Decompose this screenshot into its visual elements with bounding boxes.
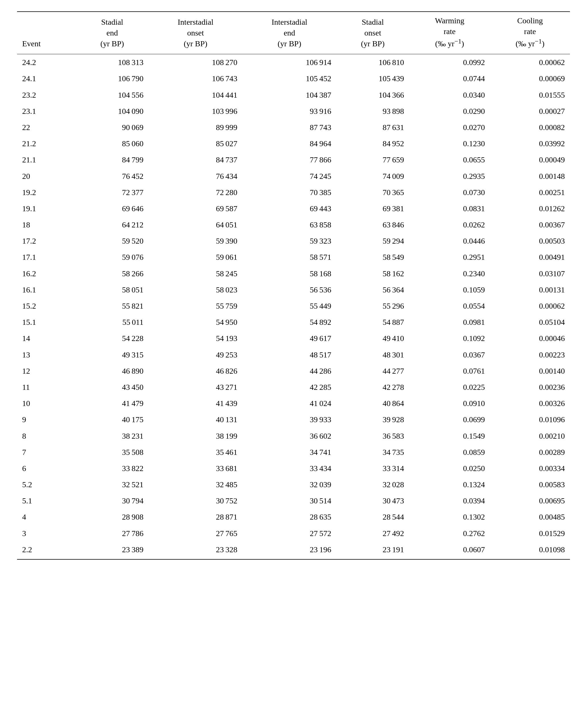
table-row: 15.155 01154 95054 89254 8870.09810.0510…: [17, 314, 570, 330]
cell-interstadial_onset: 84 737: [148, 152, 242, 168]
cell-interstadial_onset: 23 328: [148, 541, 242, 559]
cell-stadial_onset: 32 028: [336, 477, 409, 493]
cell-stadial_end: 58 051: [76, 282, 148, 298]
cell-warming_rate: 0.1302: [409, 509, 490, 525]
table-body: 24.2108 313108 270106 914106 8100.09920.…: [17, 54, 570, 559]
cell-warming_rate: 0.0981: [409, 314, 490, 330]
cell-warming_rate: 0.0270: [409, 119, 490, 136]
cell-stadial_end: 27 786: [76, 525, 148, 541]
table-row: 5.232 52132 48532 03932 0280.13240.00583: [17, 477, 570, 493]
cell-warming_rate: 0.0744: [409, 70, 490, 87]
cell-stadial_onset: 23 191: [336, 541, 409, 559]
cell-stadial_end: 59 076: [76, 249, 148, 265]
table-header-row: Event Stadialend(yr BP) Interstadialonse…: [17, 11, 570, 52]
cell-cooling_rate: 0.00082: [490, 119, 570, 136]
cell-interstadial_onset: 41 439: [148, 395, 242, 411]
cell-warming_rate: 0.0910: [409, 395, 490, 411]
cell-warming_rate: 0.0446: [409, 233, 490, 249]
cell-stadial_onset: 63 846: [336, 217, 409, 233]
cell-event: 17.1: [17, 249, 76, 265]
table-row: 633 82233 68133 43433 3140.02500.00334: [17, 460, 570, 477]
cell-event: 7: [17, 444, 76, 460]
cell-cooling_rate: 0.00583: [490, 477, 570, 493]
cell-interstadial_end: 87 743: [242, 119, 336, 136]
cell-interstadial_onset: 38 199: [148, 428, 242, 444]
cell-interstadial_end: 34 741: [242, 444, 336, 460]
cell-interstadial_end: 32 039: [242, 477, 336, 493]
cell-stadial_end: 58 266: [76, 265, 148, 282]
cell-cooling_rate: 0.03992: [490, 136, 570, 152]
cell-interstadial_onset: 76 434: [148, 168, 242, 184]
cell-warming_rate: 0.0225: [409, 379, 490, 395]
cell-warming_rate: 0.0394: [409, 493, 490, 509]
col-warming-rate: Warmingrate(‰ yr−1): [409, 11, 490, 52]
cell-event: 9: [17, 411, 76, 428]
cell-warming_rate: 0.0367: [409, 347, 490, 363]
cell-event: 24.1: [17, 70, 76, 87]
cell-event: 13: [17, 347, 76, 363]
cell-stadial_onset: 34 735: [336, 444, 409, 460]
cell-event: 23.2: [17, 87, 76, 103]
cell-interstadial_end: 104 387: [242, 87, 336, 103]
cell-event: 18: [17, 217, 76, 233]
cell-interstadial_end: 59 323: [242, 233, 336, 249]
table-row: 1143 45043 27142 28542 2780.02250.00236: [17, 379, 570, 395]
cell-warming_rate: 0.2340: [409, 265, 490, 282]
cell-interstadial_end: 84 964: [242, 136, 336, 152]
cell-interstadial_onset: 104 441: [148, 87, 242, 103]
cell-interstadial_onset: 59 061: [148, 249, 242, 265]
cell-stadial_onset: 58 162: [336, 265, 409, 282]
cell-stadial_end: 38 231: [76, 428, 148, 444]
cell-interstadial_onset: 55 759: [148, 298, 242, 314]
cell-warming_rate: 0.2951: [409, 249, 490, 265]
cell-event: 10: [17, 395, 76, 411]
cell-warming_rate: 0.1092: [409, 330, 490, 346]
cell-stadial_onset: 93 898: [336, 103, 409, 119]
col-stadial-onset: Stadialonset(yr BP): [336, 11, 409, 52]
cell-interstadial_onset: 69 587: [148, 200, 242, 217]
cell-interstadial_onset: 27 765: [148, 525, 242, 541]
cell-stadial_end: 49 315: [76, 347, 148, 363]
cell-cooling_rate: 0.00334: [490, 460, 570, 477]
cell-cooling_rate: 0.00236: [490, 379, 570, 395]
cell-cooling_rate: 0.00251: [490, 184, 570, 200]
cell-stadial_onset: 44 277: [336, 363, 409, 379]
cell-warming_rate: 0.2935: [409, 168, 490, 184]
table-row: 1349 31549 25348 51748 3010.03670.00223: [17, 347, 570, 363]
cell-stadial_end: 32 521: [76, 477, 148, 493]
cell-interstadial_end: 23 196: [242, 541, 336, 559]
cell-cooling_rate: 0.05104: [490, 314, 570, 330]
cell-cooling_rate: 0.00148: [490, 168, 570, 184]
cell-interstadial_end: 44 286: [242, 363, 336, 379]
cell-stadial_onset: 49 410: [336, 330, 409, 346]
cell-event: 15.1: [17, 314, 76, 330]
cell-event: 5.2: [17, 477, 76, 493]
cell-stadial_end: 64 212: [76, 217, 148, 233]
cell-event: 21.1: [17, 152, 76, 168]
cell-event: 20: [17, 168, 76, 184]
table-row: 21.184 79984 73777 86677 6590.06550.0004…: [17, 152, 570, 168]
cell-interstadial_end: 28 635: [242, 509, 336, 525]
cell-event: 8: [17, 428, 76, 444]
cell-cooling_rate: 0.00027: [490, 103, 570, 119]
cell-warming_rate: 0.1324: [409, 477, 490, 493]
cell-interstadial_end: 74 245: [242, 168, 336, 184]
cell-cooling_rate: 0.00062: [490, 298, 570, 314]
cell-stadial_onset: 40 864: [336, 395, 409, 411]
cell-warming_rate: 0.0655: [409, 152, 490, 168]
cell-interstadial_end: 42 285: [242, 379, 336, 395]
cell-interstadial_end: 33 434: [242, 460, 336, 477]
cell-cooling_rate: 0.03107: [490, 265, 570, 282]
cell-warming_rate: 0.1230: [409, 136, 490, 152]
cell-warming_rate: 0.0554: [409, 298, 490, 314]
cell-stadial_onset: 27 492: [336, 525, 409, 541]
cell-cooling_rate: 0.01098: [490, 541, 570, 559]
table-row: 19.272 37772 28070 38570 3650.07300.0025…: [17, 184, 570, 200]
cell-stadial_end: 104 556: [76, 87, 148, 103]
cell-stadial_end: 72 377: [76, 184, 148, 200]
table-row: 735 50835 46134 74134 7350.08590.00289: [17, 444, 570, 460]
cell-cooling_rate: 0.00069: [490, 70, 570, 87]
cell-stadial_onset: 36 583: [336, 428, 409, 444]
cell-warming_rate: 0.0859: [409, 444, 490, 460]
table-row: 1246 89046 82644 28644 2770.07610.00140: [17, 363, 570, 379]
